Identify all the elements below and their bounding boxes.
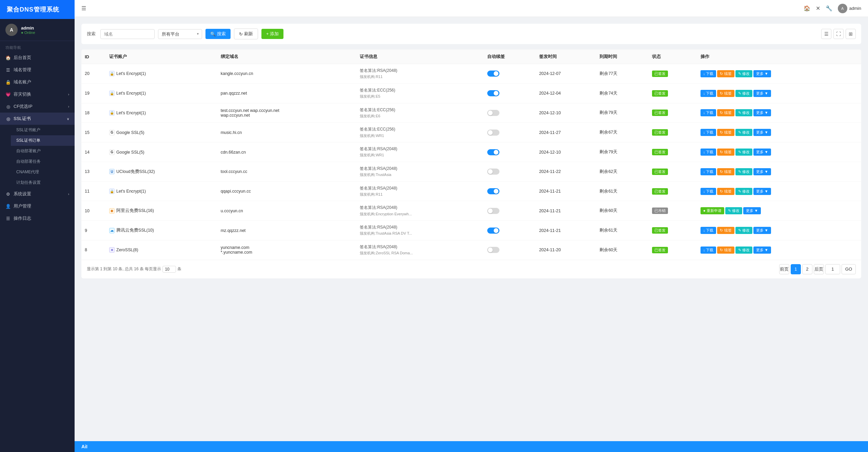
more-button[interactable]: 更多 ▼ xyxy=(753,129,771,136)
renew-button[interactable]: ↻ 续签 xyxy=(717,188,734,195)
more-button[interactable]: 更多 ▼ xyxy=(753,168,771,175)
renew-button[interactable]: ↻ 续签 xyxy=(717,109,734,116)
more-button[interactable]: 更多 ▼ xyxy=(753,188,771,195)
auto-renew-toggle[interactable] xyxy=(487,228,499,234)
page-2-btn[interactable]: 2 xyxy=(802,264,812,274)
sidebar-item-auto-deploy-account[interactable]: 自动部署账户 xyxy=(11,146,75,156)
sidebar-item-failover[interactable]: 💗 容灾切换 › xyxy=(0,88,75,100)
renew-button[interactable]: ↻ 续签 xyxy=(717,168,734,175)
table-row: 10 ◈ 阿里云免费SSL(16) u.cccyun.cn 签名算法:RSA(2… xyxy=(81,201,861,221)
list-view-btn[interactable]: ☰ xyxy=(821,29,831,39)
auto-renew-toggle[interactable] xyxy=(487,247,499,253)
sidebar-item-auto-deploy-task[interactable]: 自动部署任务 xyxy=(11,156,75,167)
page-go-btn[interactable]: GO xyxy=(842,264,856,274)
auto-renew-toggle[interactable] xyxy=(487,208,499,214)
col-domain: 绑定域名 xyxy=(217,50,356,64)
more-button[interactable]: 更多 ▼ xyxy=(753,149,771,156)
status-badge: 已签发 xyxy=(652,188,668,195)
menu-toggle-icon[interactable]: ☰ xyxy=(81,5,86,12)
edit-button[interactable]: ✎ 修改 xyxy=(735,70,752,77)
topbar-close-icon[interactable]: ✕ xyxy=(816,5,820,12)
sidebar-item-user-mgmt[interactable]: 👤 用户管理 xyxy=(0,200,75,212)
renew-button[interactable]: ↻ 续签 xyxy=(717,90,734,97)
cell-domain: cdn.66zan.cn xyxy=(217,142,356,162)
edit-button[interactable]: ✎ 修改 xyxy=(735,129,752,136)
download-button[interactable]: ↓ 下载 xyxy=(701,70,716,77)
edit-button[interactable]: ✎ 修改 xyxy=(735,90,752,97)
next-page-btn[interactable]: 后页 xyxy=(814,264,824,274)
auto-renew-toggle[interactable] xyxy=(487,130,499,136)
cell-actions: ↓ 下载 ↻ 续签 ✎ 修改 更多 ▼ xyxy=(697,123,861,142)
download-button[interactable]: ↓ 下载 xyxy=(701,227,716,234)
download-button[interactable]: ↓ 下载 xyxy=(701,247,716,254)
fullscreen-btn[interactable]: ⛶ xyxy=(833,29,844,39)
sidebar-item-operation-log[interactable]: ☰ 操作日志 xyxy=(0,212,75,224)
cell-domain: tool.cccyun.cc xyxy=(217,162,356,181)
more-button[interactable]: 更多 ▼ xyxy=(753,90,771,97)
sidebar-item-home[interactable]: 🏠 后台首页 xyxy=(0,52,75,64)
search-input[interactable] xyxy=(100,29,155,39)
per-page-select[interactable]: 10 20 50 xyxy=(162,266,176,273)
edit-button[interactable]: ✎ 修改 xyxy=(735,149,752,156)
cell-cert-info: 签名算法:ECC(256) 颁发机构:E6 xyxy=(356,103,484,123)
edit-button[interactable]: ✎ 修改 xyxy=(735,227,752,234)
download-button[interactable]: ↓ 下载 xyxy=(701,129,716,136)
platform-select[interactable]: 所有平台 Let's Encrypt Google SSL UCloud免费SS… xyxy=(158,29,202,39)
edit-button[interactable]: ✎ 修改 xyxy=(735,188,752,195)
auto-renew-toggle[interactable] xyxy=(487,90,499,96)
add-button[interactable]: + 添加 xyxy=(261,29,283,39)
sidebar-item-system-settings[interactable]: ⚙ 系统设置 › xyxy=(0,188,75,200)
action-buttons: ● 重新申请 ✎ 修改 更多 ▼ xyxy=(701,207,858,214)
edit-button[interactable]: ✎ 修改 xyxy=(735,168,752,175)
auto-renew-toggle[interactable] xyxy=(487,169,499,175)
search-button[interactable]: 🔍 搜索 xyxy=(205,29,231,39)
auto-renew-toggle[interactable] xyxy=(487,188,499,194)
more-button[interactable]: 更多 ▼ xyxy=(753,109,771,116)
sidebar-item-cname-proxy[interactable]: CNAME代理 xyxy=(11,167,75,177)
auto-renew-toggle[interactable] xyxy=(487,110,499,116)
page-jump-input[interactable] xyxy=(825,264,840,274)
cell-expire: 剩余60天 xyxy=(596,240,649,260)
sidebar-item-scheduled-task[interactable]: 计划任务设置 xyxy=(11,177,75,188)
more-button[interactable]: 更多 ▼ xyxy=(753,227,771,234)
renew-button[interactable]: ↻ 续签 xyxy=(717,247,734,254)
cell-issue-date: 2024-11-22 xyxy=(536,162,596,181)
sidebar-item-domain-account[interactable]: 🔒 域名账户 xyxy=(0,76,75,88)
download-button[interactable]: ↓ 下载 xyxy=(701,168,716,175)
action-buttons: ↓ 下载 ↻ 续签 ✎ 修改 更多 ▼ xyxy=(701,168,858,175)
more-button[interactable]: 更多 ▼ xyxy=(753,70,771,77)
edit-button[interactable]: ✎ 修改 xyxy=(735,247,752,254)
cell-actions: ↓ 下载 ↻ 续签 ✎ 修改 更多 ▼ xyxy=(697,181,861,201)
sidebar-item-ssl-order[interactable]: SSL证书订单 xyxy=(11,135,75,146)
more-button[interactable]: 更多 ▼ xyxy=(753,247,771,254)
sidebar-item-domain-mgmt[interactable]: ☰ 域名管理 xyxy=(0,64,75,76)
edit-button[interactable]: ✎ 修改 xyxy=(725,207,742,214)
reapply-button[interactable]: ● 重新申请 xyxy=(701,207,724,214)
more-button[interactable]: 更多 ▼ xyxy=(743,207,761,214)
renew-button[interactable]: ↻ 续签 xyxy=(717,149,734,156)
sidebar-item-ssl[interactable]: ◎ SSL证书 ∨ xyxy=(0,113,75,125)
edit-button[interactable]: ✎ 修改 xyxy=(735,109,752,116)
sidebar-item-cf-ip[interactable]: ◎ CF优选IP › xyxy=(0,100,75,113)
heart-icon: 💗 xyxy=(5,92,11,97)
auto-renew-toggle[interactable] xyxy=(487,71,499,77)
renew-button[interactable]: ↻ 续签 xyxy=(717,70,734,77)
refresh-button[interactable]: ↻ 刷新 xyxy=(234,28,258,39)
renew-button[interactable]: ↻ 续签 xyxy=(717,227,734,234)
prev-page-btn[interactable]: 前页 xyxy=(779,264,789,274)
topbar-admin[interactable]: A admin xyxy=(838,4,861,13)
sidebar-item-ssl-account[interactable]: SSL证书账户 xyxy=(11,125,75,135)
page-1-btn[interactable]: 1 xyxy=(791,264,801,274)
topbar-home-icon[interactable]: 🏠 xyxy=(804,5,810,12)
cell-auto-renew xyxy=(484,162,536,181)
download-button[interactable]: ↓ 下载 xyxy=(701,188,716,195)
download-button[interactable]: ↓ 下载 xyxy=(701,109,716,116)
download-button[interactable]: ↓ 下载 xyxy=(701,90,716,97)
grid-view-btn[interactable]: ⊞ xyxy=(846,29,856,39)
auto-renew-toggle[interactable] xyxy=(487,149,499,155)
cert-algo: 签名算法:ECC(256) xyxy=(360,87,480,94)
topbar-admin-label: admin xyxy=(849,6,861,11)
renew-button[interactable]: ↻ 续签 xyxy=(717,129,734,136)
topbar-settings-icon[interactable]: 🔧 xyxy=(826,5,832,12)
download-button[interactable]: ↓ 下载 xyxy=(701,149,716,156)
